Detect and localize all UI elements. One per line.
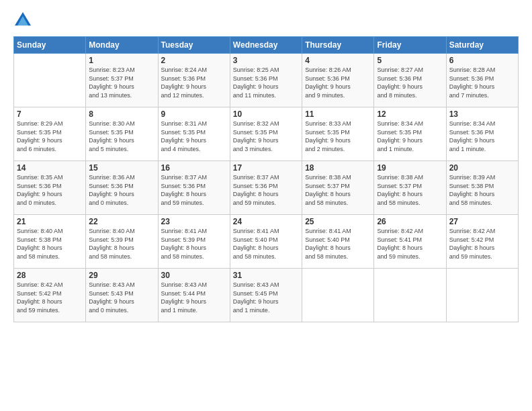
day-number: 9: [161, 109, 227, 119]
day-info: Sunrise: 8:40 AM Sunset: 5:38 PM Dayligh…: [17, 227, 83, 261]
calendar-cell: 31Sunrise: 8:43 AM Sunset: 5:45 PM Dayli…: [230, 269, 302, 322]
day-number: 22: [89, 217, 154, 226]
day-info: Sunrise: 8:41 AM Sunset: 5:40 PM Dayligh…: [233, 227, 299, 261]
day-number: 30: [161, 271, 227, 280]
calendar-cell: 4Sunrise: 8:26 AM Sunset: 5:36 PM Daylig…: [302, 54, 374, 107]
week-row-3: 14Sunrise: 8:35 AM Sunset: 5:36 PM Dayli…: [14, 161, 519, 215]
calendar-cell: 30Sunrise: 8:43 AM Sunset: 5:44 PM Dayli…: [158, 269, 230, 322]
logo: [13, 11, 35, 30]
day-info: Sunrise: 8:34 AM Sunset: 5:36 PM Dayligh…: [449, 120, 515, 153]
day-info: Sunrise: 8:35 AM Sunset: 5:36 PM Dayligh…: [17, 173, 83, 207]
calendar-cell: 10Sunrise: 8:32 AM Sunset: 5:35 PM Dayli…: [230, 107, 302, 161]
day-info: Sunrise: 8:42 AM Sunset: 5:41 PM Dayligh…: [377, 227, 443, 261]
calendar-cell: 2Sunrise: 8:24 AM Sunset: 5:36 PM Daylig…: [158, 54, 230, 107]
day-info: Sunrise: 8:38 AM Sunset: 5:37 PM Dayligh…: [377, 173, 443, 207]
day-number: 17: [233, 163, 299, 173]
day-number: 15: [89, 163, 154, 173]
day-number: 12: [377, 109, 443, 119]
day-number: 31: [233, 271, 299, 280]
day-info: Sunrise: 8:23 AM Sunset: 5:37 PM Dayligh…: [89, 66, 154, 99]
day-info: Sunrise: 8:28 AM Sunset: 5:36 PM Dayligh…: [449, 66, 515, 99]
day-info: Sunrise: 8:41 AM Sunset: 5:40 PM Dayligh…: [305, 227, 371, 261]
day-number: 6: [449, 56, 515, 65]
day-info: Sunrise: 8:34 AM Sunset: 5:35 PM Dayligh…: [377, 120, 443, 153]
calendar-cell: 23Sunrise: 8:41 AM Sunset: 5:39 PM Dayli…: [158, 215, 230, 269]
day-number: 18: [305, 163, 371, 173]
week-row-2: 7Sunrise: 8:29 AM Sunset: 5:35 PM Daylig…: [14, 107, 519, 161]
day-info: Sunrise: 8:32 AM Sunset: 5:35 PM Dayligh…: [233, 120, 299, 153]
day-number: 20: [449, 163, 515, 173]
calendar-cell: 22Sunrise: 8:40 AM Sunset: 5:39 PM Dayli…: [86, 215, 158, 269]
weekday-header-saturday: Saturday: [446, 37, 518, 54]
calendar-cell: 14Sunrise: 8:35 AM Sunset: 5:36 PM Dayli…: [14, 161, 86, 215]
day-number: 8: [89, 109, 154, 119]
weekday-header-thursday: Thursday: [302, 37, 374, 54]
day-info: Sunrise: 8:33 AM Sunset: 5:35 PM Dayligh…: [305, 120, 371, 153]
day-info: Sunrise: 8:41 AM Sunset: 5:39 PM Dayligh…: [161, 227, 227, 261]
calendar-cell: 5Sunrise: 8:27 AM Sunset: 5:36 PM Daylig…: [374, 54, 446, 107]
weekday-header-monday: Monday: [86, 37, 158, 54]
calendar-cell: 25Sunrise: 8:41 AM Sunset: 5:40 PM Dayli…: [302, 215, 374, 269]
page: SundayMondayTuesdayWednesdayThursdayFrid…: [0, 0, 532, 411]
day-info: Sunrise: 8:43 AM Sunset: 5:43 PM Dayligh…: [89, 281, 154, 314]
day-info: Sunrise: 8:37 AM Sunset: 5:36 PM Dayligh…: [233, 173, 299, 207]
calendar-cell: 8Sunrise: 8:30 AM Sunset: 5:35 PM Daylig…: [86, 107, 158, 161]
day-info: Sunrise: 8:42 AM Sunset: 5:42 PM Dayligh…: [449, 227, 515, 261]
calendar-cell: 27Sunrise: 8:42 AM Sunset: 5:42 PM Dayli…: [446, 215, 518, 269]
calendar-cell: 7Sunrise: 8:29 AM Sunset: 5:35 PM Daylig…: [14, 107, 86, 161]
day-info: Sunrise: 8:31 AM Sunset: 5:35 PM Dayligh…: [161, 120, 227, 153]
day-number: 4: [305, 56, 371, 65]
day-info: Sunrise: 8:25 AM Sunset: 5:36 PM Dayligh…: [233, 66, 299, 99]
day-info: Sunrise: 8:42 AM Sunset: 5:42 PM Dayligh…: [17, 281, 83, 314]
day-info: Sunrise: 8:40 AM Sunset: 5:39 PM Dayligh…: [89, 227, 154, 261]
day-info: Sunrise: 8:26 AM Sunset: 5:36 PM Dayligh…: [305, 66, 371, 99]
day-number: 16: [161, 163, 227, 173]
day-info: Sunrise: 8:43 AM Sunset: 5:45 PM Dayligh…: [233, 281, 299, 314]
day-number: 11: [305, 109, 371, 119]
calendar-cell: 6Sunrise: 8:28 AM Sunset: 5:36 PM Daylig…: [446, 54, 518, 107]
calendar-cell: 20Sunrise: 8:39 AM Sunset: 5:38 PM Dayli…: [446, 161, 518, 215]
day-info: Sunrise: 8:36 AM Sunset: 5:36 PM Dayligh…: [89, 173, 154, 207]
week-row-1: 1Sunrise: 8:23 AM Sunset: 5:37 PM Daylig…: [14, 54, 519, 107]
day-info: Sunrise: 8:38 AM Sunset: 5:37 PM Dayligh…: [305, 173, 371, 207]
weekday-header-friday: Friday: [374, 37, 446, 54]
day-number: 25: [305, 217, 371, 226]
calendar-cell: 29Sunrise: 8:43 AM Sunset: 5:43 PM Dayli…: [86, 269, 158, 322]
calendar-cell: 19Sunrise: 8:38 AM Sunset: 5:37 PM Dayli…: [374, 161, 446, 215]
calendar-cell: [14, 54, 86, 107]
header: [13, 11, 519, 30]
day-number: 28: [17, 271, 83, 280]
day-number: 3: [233, 56, 299, 65]
calendar-cell: 1Sunrise: 8:23 AM Sunset: 5:37 PM Daylig…: [86, 54, 158, 107]
day-info: Sunrise: 8:43 AM Sunset: 5:44 PM Dayligh…: [161, 281, 227, 314]
calendar-cell: 12Sunrise: 8:34 AM Sunset: 5:35 PM Dayli…: [374, 107, 446, 161]
day-number: 1: [89, 56, 154, 65]
day-number: 2: [161, 56, 227, 65]
day-number: 7: [17, 109, 83, 119]
day-number: 26: [377, 217, 443, 226]
day-number: 21: [17, 217, 83, 226]
day-number: 5: [377, 56, 443, 65]
calendar-cell: 9Sunrise: 8:31 AM Sunset: 5:35 PM Daylig…: [158, 107, 230, 161]
calendar-cell: [302, 269, 374, 322]
weekday-header-tuesday: Tuesday: [158, 37, 230, 54]
calendar-cell: 16Sunrise: 8:37 AM Sunset: 5:36 PM Dayli…: [158, 161, 230, 215]
calendar-cell: 24Sunrise: 8:41 AM Sunset: 5:40 PM Dayli…: [230, 215, 302, 269]
day-number: 23: [161, 217, 227, 226]
day-number: 10: [233, 109, 299, 119]
day-info: Sunrise: 8:39 AM Sunset: 5:38 PM Dayligh…: [449, 173, 515, 207]
logo-icon: [13, 11, 32, 30]
calendar-cell: 26Sunrise: 8:42 AM Sunset: 5:41 PM Dayli…: [374, 215, 446, 269]
day-number: 24: [233, 217, 299, 226]
calendar-cell: 3Sunrise: 8:25 AM Sunset: 5:36 PM Daylig…: [230, 54, 302, 107]
calendar-cell: 13Sunrise: 8:34 AM Sunset: 5:36 PM Dayli…: [446, 107, 518, 161]
calendar-cell: 17Sunrise: 8:37 AM Sunset: 5:36 PM Dayli…: [230, 161, 302, 215]
calendar-table: SundayMondayTuesdayWednesdayThursdayFrid…: [13, 36, 519, 322]
day-info: Sunrise: 8:24 AM Sunset: 5:36 PM Dayligh…: [161, 66, 227, 99]
calendar-cell: 18Sunrise: 8:38 AM Sunset: 5:37 PM Dayli…: [302, 161, 374, 215]
day-number: 19: [377, 163, 443, 173]
calendar-cell: 28Sunrise: 8:42 AM Sunset: 5:42 PM Dayli…: [14, 269, 86, 322]
week-row-4: 21Sunrise: 8:40 AM Sunset: 5:38 PM Dayli…: [14, 215, 519, 269]
day-number: 13: [449, 109, 515, 119]
weekday-header-sunday: Sunday: [14, 37, 86, 54]
